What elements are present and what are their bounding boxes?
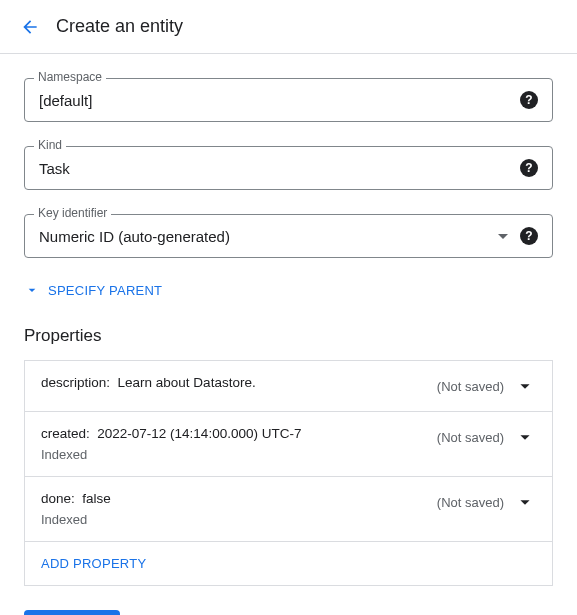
- help-icon[interactable]: ?: [520, 227, 538, 245]
- property-value: Learn about Datastore.: [118, 375, 256, 390]
- key-identifier-select[interactable]: Numeric ID (auto-generated) ?: [24, 214, 553, 258]
- property-value: false: [82, 491, 111, 506]
- kind-value: Task: [39, 160, 520, 177]
- page-title: Create an entity: [56, 16, 183, 37]
- key-identifier-label: Key identifier: [34, 206, 111, 220]
- property-name: done: [41, 491, 71, 506]
- property-row[interactable]: created: 2022-07-12 (14:14:00.000) UTC-7…: [25, 412, 552, 477]
- chevron-down-icon: [24, 282, 40, 298]
- help-icon[interactable]: ?: [520, 91, 538, 109]
- not-saved-label: (Not saved): [437, 495, 504, 510]
- property-name: created: [41, 426, 86, 441]
- back-arrow-icon[interactable]: [20, 17, 40, 37]
- expand-chevron-icon[interactable]: [514, 375, 536, 397]
- specify-parent-toggle[interactable]: SPECIFY PARENT: [24, 282, 162, 298]
- not-saved-label: (Not saved): [437, 430, 504, 445]
- property-indexed-label: Indexed: [41, 512, 437, 527]
- property-row[interactable]: done: false Indexed (Not saved): [25, 477, 552, 542]
- kind-field-wrap: Kind Task ?: [24, 146, 553, 190]
- property-line: created: 2022-07-12 (14:14:00.000) UTC-7: [41, 426, 437, 441]
- specify-parent-label: SPECIFY PARENT: [48, 283, 162, 298]
- content-area: Namespace [default] ? Kind Task ? Key id…: [0, 54, 577, 615]
- help-icon[interactable]: ?: [520, 159, 538, 177]
- key-identifier-field-wrap: Key identifier Numeric ID (auto-generate…: [24, 214, 553, 258]
- action-bar: CREATE CANCEL: [24, 610, 553, 615]
- namespace-label: Namespace: [34, 70, 106, 84]
- property-line: done: false: [41, 491, 437, 506]
- page-header: Create an entity: [0, 0, 577, 54]
- key-identifier-value: Numeric ID (auto-generated): [39, 228, 498, 245]
- namespace-field-wrap: Namespace [default] ?: [24, 78, 553, 122]
- property-row[interactable]: description: Learn about Datastore. (Not…: [25, 361, 552, 412]
- create-button[interactable]: CREATE: [24, 610, 120, 615]
- expand-chevron-icon[interactable]: [514, 426, 536, 448]
- expand-chevron-icon[interactable]: [514, 491, 536, 513]
- properties-list: description: Learn about Datastore. (Not…: [24, 360, 553, 586]
- add-property-button[interactable]: ADD PROPERTY: [25, 542, 552, 585]
- property-value: 2022-07-12 (14:14:00.000) UTC-7: [97, 426, 301, 441]
- property-line: description: Learn about Datastore.: [41, 375, 437, 390]
- not-saved-label: (Not saved): [437, 379, 504, 394]
- property-indexed-label: Indexed: [41, 447, 437, 462]
- namespace-input[interactable]: [default] ?: [24, 78, 553, 122]
- namespace-value: [default]: [39, 92, 520, 109]
- kind-label: Kind: [34, 138, 66, 152]
- kind-input[interactable]: Task ?: [24, 146, 553, 190]
- dropdown-caret-icon: [498, 234, 508, 239]
- properties-title: Properties: [24, 326, 553, 346]
- property-name: description: [41, 375, 106, 390]
